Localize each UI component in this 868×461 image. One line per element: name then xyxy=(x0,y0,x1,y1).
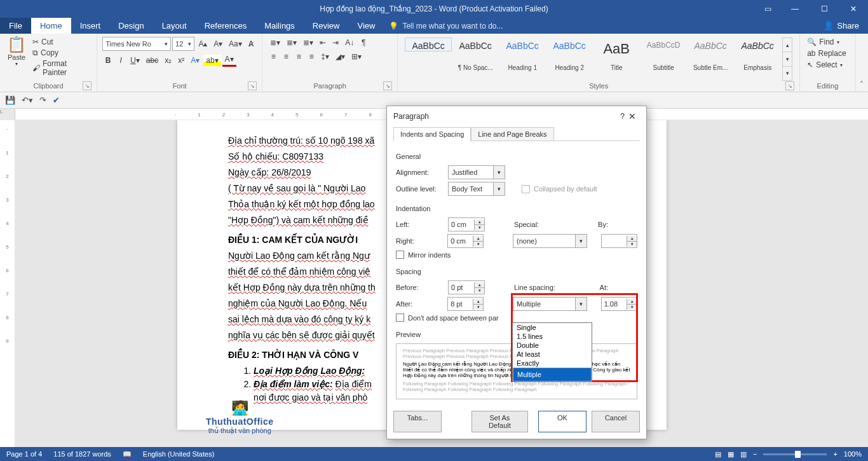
shrink-font-button[interactable]: A▾ xyxy=(211,38,225,50)
word-count[interactable]: 115 of 1827 words xyxy=(53,450,111,458)
clipboard-launcher[interactable]: ↘ xyxy=(83,81,92,90)
tab-references[interactable]: References xyxy=(196,18,255,34)
dialog-close-button[interactable]: ✕ xyxy=(625,111,640,121)
page-indicator[interactable]: Page 1 of 4 xyxy=(6,450,42,458)
font-size-combo[interactable]: 12▾ xyxy=(172,37,194,51)
line-spacing-button[interactable]: ‡▾ xyxy=(318,51,332,62)
style-heading1[interactable]: AaBbCcHeading 1 xyxy=(499,38,546,74)
style-title[interactable]: AaBTitle xyxy=(593,38,640,74)
option-at-least[interactable]: At least xyxy=(513,350,592,359)
indent-right-spinner[interactable]: 0 cm▴▾ xyxy=(447,234,484,248)
select-button[interactable]: ↖Select▾ xyxy=(805,60,850,70)
clear-formatting-button[interactable]: A̷ xyxy=(245,38,257,50)
underline-button[interactable]: U▾ xyxy=(128,55,142,66)
multilevel-button[interactable]: ≣▾ xyxy=(301,37,316,48)
shading-button[interactable]: ◢▾ xyxy=(333,51,348,62)
maximize-button[interactable]: ☐ xyxy=(810,0,839,18)
at-spinner[interactable]: 1.08▴▾ xyxy=(601,297,637,311)
collapse-ribbon-button[interactable]: ˄ xyxy=(856,34,868,92)
ribbon-display-options-icon[interactable]: ▭ xyxy=(755,0,780,18)
align-right-button[interactable]: ≡ xyxy=(293,51,304,62)
zoom-level[interactable]: 100% xyxy=(844,450,862,458)
tab-home[interactable]: Home xyxy=(31,18,71,34)
align-left-button[interactable]: ≡ xyxy=(268,51,279,62)
style-no-spacing[interactable]: AaBbCc¶ No Spac... xyxy=(452,38,499,74)
tell-me[interactable]: 💡Tell me what you want to do... xyxy=(389,18,503,34)
close-button[interactable]: ✕ xyxy=(839,0,868,18)
option-1-5-lines[interactable]: 1.5 lines xyxy=(513,332,592,341)
web-layout-button[interactable]: ▥ xyxy=(740,450,747,458)
alignment-select[interactable]: Justified▾ xyxy=(448,165,505,179)
set-default-button[interactable]: Set As Default xyxy=(471,411,528,432)
option-multiple[interactable]: Multiple xyxy=(513,368,592,382)
bullets-button[interactable]: ≣▾ xyxy=(268,37,283,48)
indent-left-spinner[interactable]: 0 cm▴▾ xyxy=(448,217,485,231)
tab-insert[interactable]: Insert xyxy=(71,18,110,34)
style-subtitle[interactable]: AaBbCcDSubtitle xyxy=(640,38,687,74)
cancel-button[interactable]: Cancel xyxy=(592,411,640,432)
line-spacing-dropdown[interactable]: Single 1.5 lines Double At least Exactly… xyxy=(512,322,592,382)
tab-file[interactable]: File xyxy=(0,18,31,34)
find-button[interactable]: 🔍Find▾ xyxy=(805,37,850,47)
tab-design[interactable]: Design xyxy=(109,18,153,34)
replace-button[interactable]: abReplace xyxy=(805,48,850,58)
paste-button[interactable]: 📋Paste▾ xyxy=(5,36,28,67)
mirror-indents-checkbox[interactable] xyxy=(396,251,404,259)
increase-indent-button[interactable]: ⇥ xyxy=(330,37,341,48)
tabs-button[interactable]: Tabs... xyxy=(393,411,442,432)
grow-font-button[interactable]: A▴ xyxy=(196,38,210,50)
superscript-button[interactable]: x² xyxy=(175,55,187,66)
text-effects-button[interactable]: A▾ xyxy=(188,55,202,66)
tab-mailings[interactable]: Mailings xyxy=(255,18,304,34)
decrease-indent-button[interactable]: ⇤ xyxy=(317,37,329,48)
font-color-button[interactable]: A▾ xyxy=(222,53,236,67)
font-launcher[interactable]: ↘ xyxy=(248,81,257,90)
after-spinner[interactable]: 8 pt▴▾ xyxy=(447,297,484,311)
ruler-vertical[interactable]: ·123456789 xyxy=(0,120,15,447)
italic-button[interactable]: I xyxy=(115,55,126,66)
style-normal[interactable]: AaBbCc¶ Normal xyxy=(405,38,452,52)
cut-button[interactable]: ✂Cut xyxy=(31,37,92,47)
ok-button[interactable]: OK xyxy=(538,411,587,432)
highlight-button[interactable]: ab▾ xyxy=(203,55,220,66)
language-indicator[interactable]: English (United States) xyxy=(143,450,215,458)
style-subtle-emphasis[interactable]: AaBbCcSubtle Em... xyxy=(687,38,734,74)
format-painter-button[interactable]: 🖌Format Painter xyxy=(31,58,92,78)
paragraph-launcher[interactable]: ↘ xyxy=(383,81,392,90)
redo-button[interactable]: ↷ xyxy=(39,95,46,105)
dialog-help-button[interactable]: ? xyxy=(620,112,625,121)
special-indent-select[interactable]: (none)▾ xyxy=(513,234,587,248)
share-button[interactable]: 👤Share xyxy=(815,18,868,34)
by-spinner[interactable]: ▴▾ xyxy=(601,234,637,248)
read-mode-button[interactable]: ▤ xyxy=(715,450,721,458)
outline-level-select[interactable]: Body Text▾ xyxy=(448,182,505,196)
line-spacing-select[interactable]: Multiple▾ xyxy=(513,297,587,311)
tab-review[interactable]: Review xyxy=(304,18,349,34)
zoom-in-button[interactable]: + xyxy=(833,450,837,458)
spellcheck-icon[interactable]: 📖 xyxy=(123,450,132,458)
minimize-button[interactable]: ― xyxy=(780,0,810,18)
save-icon[interactable]: 💾 xyxy=(5,95,15,105)
align-center-button[interactable]: ≡ xyxy=(280,51,292,62)
tab-line-page-breaks[interactable]: Line and Page Breaks xyxy=(471,127,553,141)
before-spinner[interactable]: 0 pt▴▾ xyxy=(448,280,485,294)
numbering-button[interactable]: ≣▾ xyxy=(284,37,299,48)
print-layout-button[interactable]: ▦ xyxy=(728,450,734,458)
change-case-button[interactable]: Aa▾ xyxy=(226,38,244,50)
borders-button[interactable]: ⊞▾ xyxy=(349,51,364,62)
option-double[interactable]: Double xyxy=(513,341,592,350)
justify-button[interactable]: ≡ xyxy=(306,51,317,62)
font-name-combo[interactable]: Times New Ro▾ xyxy=(102,37,171,51)
bold-button[interactable]: B xyxy=(102,55,114,66)
copy-button[interactable]: ⧉Copy xyxy=(31,48,92,58)
styles-more-button[interactable]: ▴▾▾ xyxy=(782,38,792,81)
spelling-icon[interactable]: ✔ xyxy=(53,95,60,105)
sort-button[interactable]: A↓ xyxy=(342,37,356,48)
tab-view[interactable]: View xyxy=(348,18,384,34)
tab-indents-spacing[interactable]: Indents and Spacing xyxy=(393,127,471,141)
strike-button[interactable]: abc xyxy=(144,55,161,66)
subscript-button[interactable]: x₂ xyxy=(162,55,174,66)
zoom-out-button[interactable]: − xyxy=(753,450,757,458)
styles-gallery[interactable]: AaBbCc¶ Normal AaBbCc¶ No Spac... AaBbCc… xyxy=(403,36,794,81)
style-emphasis[interactable]: AaBbCcEmphasis xyxy=(734,38,781,74)
